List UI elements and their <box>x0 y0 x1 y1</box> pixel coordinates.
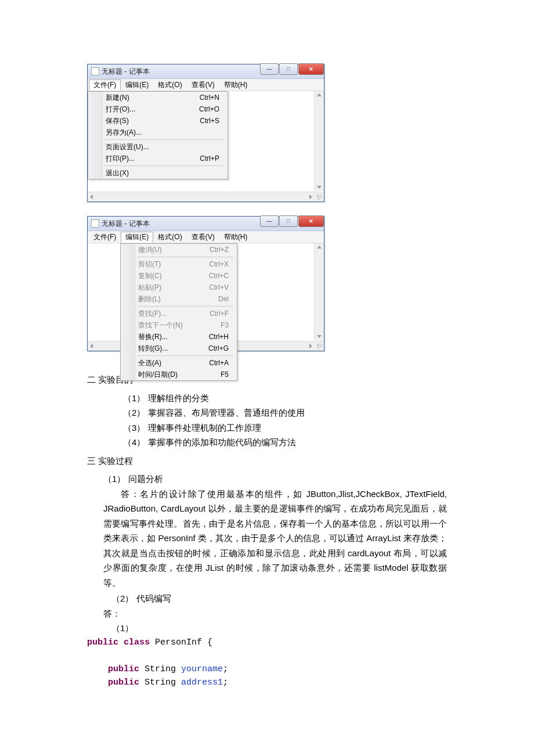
menu-file[interactable]: 文件(F) <box>89 232 121 243</box>
maximize-button[interactable]: □ <box>279 215 298 227</box>
document-icon <box>91 219 99 228</box>
document-page: 无标题 - 记事本 — □ ✕ 文件(F) 编辑(E) 格式(O) 查看(V) … <box>0 0 534 756</box>
window-buttons: — □ ✕ <box>259 63 324 75</box>
menu-item-print[interactable]: 打印(P)...Ctrl+P <box>88 153 228 164</box>
menu-item-delete[interactable]: 删除(L)Del <box>121 293 237 305</box>
close-button[interactable]: ✕ <box>298 63 324 75</box>
notepad-window-edit-menu: 无标题 - 记事本 — □ ✕ 文件(F) 编辑(E) 格式(O) 查看(V) … <box>87 216 324 351</box>
menu-separator <box>137 257 233 257</box>
menu-item-findnext[interactable]: 查找下一个(N)F3 <box>121 319 237 331</box>
window-title: 无标题 - 记事本 <box>102 67 150 77</box>
menu-item-save[interactable]: 保存(S)Ctrl+S <box>88 115 228 127</box>
edit-dropdown: 撤消(U)Ctrl+Z 剪切(T)Ctrl+X 复制(C)Ctrl+C 粘贴(P… <box>120 243 237 381</box>
section-3-2-label: （2） 代码编写 <box>87 591 447 606</box>
code-block: public class PersonInf { public String y… <box>87 636 447 690</box>
menu-item-exit[interactable]: 退出(X) <box>88 167 228 179</box>
menu-item-datetime[interactable]: 时间/日期(D)F5 <box>121 369 237 380</box>
maximize-button[interactable]: □ <box>279 63 298 75</box>
section-3-heading: 三 实验过程 <box>87 453 447 469</box>
menu-item-saveas[interactable]: 另存为(A)... <box>88 127 228 138</box>
close-button[interactable]: ✕ <box>298 215 324 227</box>
menu-item-goto[interactable]: 转到(G)...Ctrl+G <box>121 343 237 354</box>
client-area[interactable]: 撤消(U)Ctrl+Z 剪切(T)Ctrl+X 复制(C)Ctrl+C 粘贴(P… <box>88 243 324 351</box>
menu-separator <box>104 165 224 166</box>
code-ref: （1） <box>87 621 447 636</box>
list-item: （2） 掌握容器、布局管理器、普通组件的使用 <box>123 405 447 420</box>
client-area[interactable]: 新建(N)Ctrl+N 打开(O)...Ctrl+O 保存(S)Ctrl+S 另… <box>88 91 324 201</box>
menu-item-new[interactable]: 新建(N)Ctrl+N <box>88 92 228 103</box>
list-item: （3） 理解事件处理机制的工作原理 <box>123 420 447 435</box>
list-item: （4） 掌握事件的添加和功能代码的编写方法 <box>123 435 447 450</box>
resize-grip-icon[interactable] <box>317 344 323 350</box>
menu-separator <box>104 139 224 140</box>
document-body: 二 实验目的 （1） 理解组件的分类 （2） 掌握容器、布局管理器、普通组件的使… <box>87 372 447 690</box>
section-3-1-answer: 答：名片的设计除了使用最基本的组件，如 JButton,Jlist,JCheck… <box>87 487 447 591</box>
horizontal-scrollbar[interactable] <box>88 192 324 201</box>
minimize-button[interactable]: — <box>260 63 279 75</box>
menu-item-open[interactable]: 打开(O)...Ctrl+O <box>88 103 228 115</box>
menu-format[interactable]: 格式(O) <box>153 232 186 243</box>
window-buttons: — □ ✕ <box>259 215 324 227</box>
menubar: 文件(F) 编辑(E) 格式(O) 查看(V) 帮助(H) <box>88 79 324 91</box>
notepad-window-file-menu: 无标题 - 记事本 — □ ✕ 文件(F) 编辑(E) 格式(O) 查看(V) … <box>87 64 324 202</box>
section-3-1-label: （1） 问题分析 <box>87 471 447 487</box>
menu-separator <box>137 355 233 356</box>
menu-help[interactable]: 帮助(H) <box>219 232 252 243</box>
menu-item-copy[interactable]: 复制(C)Ctrl+C <box>121 270 237 282</box>
titlebar[interactable]: 无标题 - 记事本 — □ ✕ <box>88 217 324 231</box>
menu-view[interactable]: 查看(V) <box>187 232 219 243</box>
menu-separator <box>137 306 233 307</box>
menu-item-pagesetup[interactable]: 页面设置(U)... <box>88 141 228 153</box>
titlebar[interactable]: 无标题 - 记事本 — □ ✕ <box>88 64 324 79</box>
window-title: 无标题 - 记事本 <box>102 219 150 229</box>
menu-item-cut[interactable]: 剪切(T)Ctrl+X <box>121 258 237 270</box>
resize-grip-icon[interactable] <box>317 195 323 200</box>
menu-edit[interactable]: 编辑(E) <box>121 232 153 243</box>
menu-item-paste[interactable]: 粘贴(P)Ctrl+V <box>121 282 237 293</box>
menu-edit[interactable]: 编辑(E) <box>121 80 153 91</box>
menu-file[interactable]: 文件(F) <box>89 80 121 91</box>
section-2-list: （1） 理解组件的分类 （2） 掌握容器、布局管理器、普通组件的使用 （3） 理… <box>87 391 447 450</box>
list-item: （1） 理解组件的分类 <box>123 391 447 406</box>
section-3-2-answer: 答： <box>87 606 447 621</box>
file-dropdown: 新建(N)Ctrl+N 打开(O)...Ctrl+O 保存(S)Ctrl+S 另… <box>88 91 228 179</box>
menu-help[interactable]: 帮助(H) <box>219 80 252 91</box>
menu-view[interactable]: 查看(V) <box>187 80 219 91</box>
document-icon <box>91 67 99 75</box>
minimize-button[interactable]: — <box>260 215 279 227</box>
menu-item-undo[interactable]: 撤消(U)Ctrl+Z <box>121 244 237 255</box>
menu-format[interactable]: 格式(O) <box>153 80 186 91</box>
vertical-scrollbar[interactable] <box>314 243 324 340</box>
menu-item-replace[interactable]: 替换(R)...Ctrl+H <box>121 331 237 343</box>
menu-item-find[interactable]: 查找(F)...Ctrl+F <box>121 308 237 319</box>
vertical-scrollbar[interactable] <box>314 91 324 191</box>
menu-item-selectall[interactable]: 全选(A)Ctrl+A <box>121 357 237 369</box>
menubar: 文件(F) 编辑(E) 格式(O) 查看(V) 帮助(H) <box>88 231 324 243</box>
